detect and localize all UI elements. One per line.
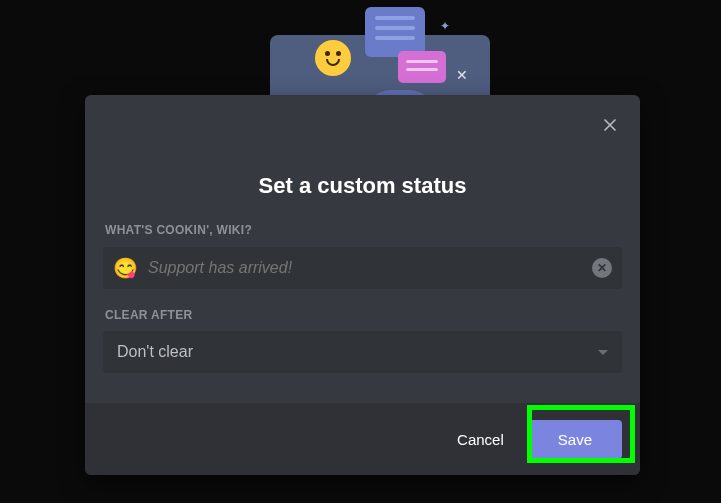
clear-x-icon: ✕ (597, 261, 607, 275)
cancel-button[interactable]: Cancel (451, 421, 510, 458)
emoji-picker-button[interactable]: 😋 (113, 256, 138, 280)
hero-sparkle-x: ✕ (456, 67, 468, 83)
clear-after-label: CLEAR AFTER (105, 308, 193, 322)
clear-after-dropdown[interactable]: Don't clear (103, 331, 622, 373)
chevron-down-icon (598, 350, 608, 355)
save-button[interactable]: Save (528, 420, 622, 459)
list-bubble-graphic (365, 7, 425, 57)
modal-footer: Cancel Save (85, 403, 640, 475)
status-field-label: WHAT'S COOKIN', WIKI? (105, 223, 252, 237)
close-icon (600, 115, 620, 135)
status-input-row: 😋 ✕ (103, 247, 622, 289)
modal-title: Set a custom status (85, 173, 640, 199)
clear-status-button[interactable]: ✕ (592, 258, 612, 278)
status-text-input[interactable] (148, 259, 592, 277)
chat-bubble-graphic (398, 51, 446, 83)
dropdown-selected-value: Don't clear (117, 343, 193, 361)
smiley-icon (315, 40, 351, 76)
custom-status-modal: Set a custom status WHAT'S COOKIN', WIKI… (85, 95, 640, 475)
close-button[interactable] (596, 111, 624, 139)
